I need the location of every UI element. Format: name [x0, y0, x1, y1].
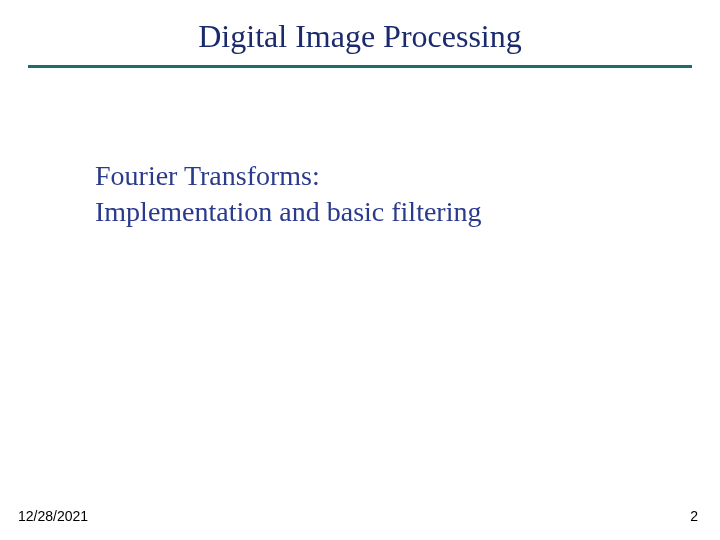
footer-page-number: 2	[690, 508, 698, 524]
content-block: Fourier Transforms: Implementation and b…	[0, 68, 720, 231]
subtitle-line-1: Fourier Transforms:	[95, 158, 720, 194]
subtitle-line-2: Implementation and basic filtering	[95, 194, 720, 230]
slide-container: Digital Image Processing Fourier Transfo…	[0, 0, 720, 540]
footer-date: 12/28/2021	[18, 508, 88, 524]
slide-title: Digital Image Processing	[0, 0, 720, 65]
